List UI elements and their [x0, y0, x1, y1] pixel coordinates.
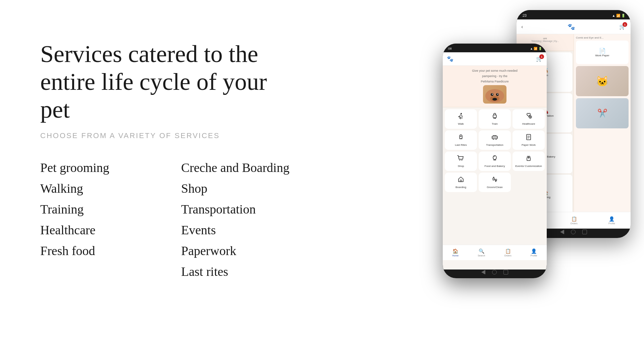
service-creche: Creche and Boarding [181, 160, 295, 175]
front-service-food[interactable]: Food and Bakery [479, 152, 511, 171]
walk-icon [457, 112, 465, 121]
front-service-last-rites[interactable]: Last Rites [445, 130, 477, 150]
back-section2-title: Comb and Eye and E... [576, 36, 629, 39]
back-arrow-icon[interactable]: ‹ [521, 24, 523, 30]
front-service-train[interactable]: Train [479, 109, 511, 129]
back-section-title: ure [519, 37, 571, 40]
service-pet-grooming: Pet grooming [40, 160, 154, 175]
front-cart-badge: 1 [539, 54, 544, 59]
left-content: Services catered to the entire life cycl… [40, 40, 295, 285]
front-phone-notch [481, 44, 508, 50]
service-paperwork-icon: 📄 [599, 48, 606, 54]
service-events: Events [181, 223, 295, 237]
back-cart-badge: 1 [623, 22, 627, 27]
front-logo-icon: 🐾 [447, 56, 453, 62]
front-android-nav [443, 269, 547, 276]
back-android-back[interactable] [560, 230, 564, 234]
front-nav-home[interactable]: 🏠 Home [452, 248, 459, 257]
front-nav-profile[interactable]: 👤 Profile [531, 248, 537, 257]
front-android-back[interactable] [481, 270, 485, 275]
phone-front: :08 ▲ 📶 🔋 🐾 🛒 1 Give your pet some much-… [443, 44, 547, 278]
svg-point-11 [494, 118, 495, 119]
last-rites-label: Last Rites [455, 143, 467, 147]
front-nav-search[interactable]: 🔍 Search [478, 248, 485, 257]
back-phone-notch [557, 10, 590, 18]
transport-label: Transportation [486, 143, 503, 147]
train-label: Train [492, 122, 498, 126]
back-nav-profile[interactable]: 👤 Profile [608, 216, 615, 225]
front-service-paper-work[interactable]: Paper Work [513, 130, 545, 150]
shop-label: Shop [458, 165, 464, 168]
front-service-walk[interactable]: Walk [445, 109, 477, 129]
svg-point-17 [496, 139, 497, 140]
service-transportation: Transportation [181, 202, 295, 217]
front-nav-orders[interactable]: 📋 Orders [504, 248, 511, 257]
back-status-icons: ▲ 📶 🔋 [612, 14, 625, 17]
boarding-label: Boarding [455, 186, 466, 189]
svg-point-25 [495, 179, 497, 180]
front-dog-image [483, 85, 506, 104]
front-banner-text1: Give your pet some much-needed [446, 69, 543, 72]
service-healthcare: Healthcare [40, 223, 154, 237]
front-service-grid: Walk Train Healthcare [443, 107, 547, 194]
groomer-image: ✂️ [576, 98, 629, 128]
back-status-time: :23 [522, 14, 527, 17]
front-status-time: :08 [447, 47, 452, 50]
svg-point-16 [493, 139, 494, 140]
home-icon: 🏠 [452, 248, 458, 254]
train-icon [491, 112, 498, 121]
svg-rect-10 [493, 115, 496, 118]
profile-icon: 👤 [531, 248, 537, 254]
shop-icon [457, 155, 465, 164]
front-android-home[interactable] [492, 270, 497, 275]
svg-point-20 [462, 160, 462, 161]
orders-icon: 📋 [505, 248, 511, 254]
home-label: Home [452, 254, 459, 257]
cat-image: 🐱 [576, 66, 629, 96]
paper-work-label: Paper Work [522, 143, 536, 147]
subtitle: CHOOSE FROM A VARIETY OF SERVICES [40, 131, 295, 140]
food-icon [491, 155, 498, 164]
front-service-boarding[interactable]: Boarding [445, 173, 477, 192]
back-logo-icon: 🐾 [568, 23, 575, 31]
svg-point-2 [492, 98, 497, 101]
svg-point-8 [459, 116, 460, 117]
service-paperwork-label: Work Paper [595, 54, 609, 57]
front-service-groom[interactable]: Groom/Clean [479, 173, 511, 192]
front-banner: Give your pet some much-needed pampering… [443, 66, 547, 107]
front-service-healthcare[interactable]: Healthcare [513, 109, 545, 129]
service-last-rites: Last rites [181, 264, 295, 279]
back-android-home[interactable] [571, 230, 576, 234]
events-label: Events/ Customization [515, 165, 542, 168]
svg-point-12 [495, 118, 496, 119]
search-icon: 🔍 [479, 248, 484, 254]
services-grid: Pet grooming Walking Training Healthcare… [40, 160, 295, 285]
back-cart[interactable]: 🛒 1 [619, 23, 626, 30]
front-service-events[interactable]: Events/ Customization [513, 152, 545, 171]
front-service-shop[interactable]: Shop [445, 152, 477, 171]
back-section-subtitle: Trimming | Massage | Ey... [519, 40, 571, 42]
front-android-recents[interactable] [503, 270, 508, 275]
front-service-transport[interactable]: Transportation [479, 130, 511, 150]
front-phone-screen: 🐾 🛒 1 Give your pet some much-needed pam… [443, 52, 547, 269]
back-app-bar: ‹ 🐾 🛒 1 [517, 19, 631, 34]
back-android-recents[interactable] [582, 230, 587, 234]
svg-point-6 [497, 94, 498, 95]
service-training: Training [40, 202, 154, 217]
orders-label: Orders [504, 254, 511, 257]
svg-point-19 [460, 160, 460, 161]
search-label: Search [478, 254, 485, 257]
service-fresh-food: Fresh food [40, 243, 154, 258]
svg-point-9 [460, 118, 461, 119]
paper-work-icon [525, 133, 532, 142]
back-profile-icon: 👤 [609, 216, 614, 222]
phones-container: :23 ▲ 📶 🔋 ‹ 🐾 🛒 1 ure Trimming | Mass [436, 0, 644, 362]
service-paperwork: Paperwork [181, 243, 295, 258]
front-status-icons: ▲ 📶 🔋 [530, 47, 542, 50]
walk-label: Walk [458, 122, 464, 126]
back-nav-orders[interactable]: 📋 Orders [570, 216, 577, 225]
boarding-icon [457, 176, 465, 185]
front-cart[interactable]: 🛒 1 [536, 56, 543, 62]
front-banner-text2: pampering - try the [446, 74, 543, 78]
last-rites-icon [457, 133, 465, 142]
